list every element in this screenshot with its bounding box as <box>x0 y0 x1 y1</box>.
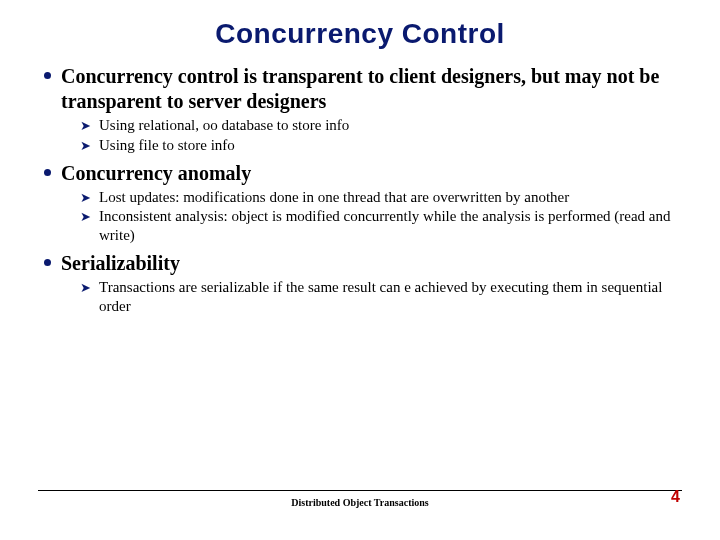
sub-bullet-text: Using file to store info <box>99 136 235 155</box>
footer-text: Distributed Object Transactions <box>38 497 682 508</box>
arrow-icon: ➤ <box>80 190 91 205</box>
sub-bullet-item: ➤ Using file to store info <box>80 136 682 155</box>
slide: Concurrency Control Concurrency control … <box>0 0 720 540</box>
sub-bullet-text: Inconsistent analysis: object is modifie… <box>99 207 682 245</box>
arrow-icon: ➤ <box>80 118 91 133</box>
sub-bullet-item: ➤ Lost updates: modifications done in on… <box>80 188 682 207</box>
content-area: Concurrency control is transparent to cl… <box>38 64 682 315</box>
sub-bullet-group: ➤ Using relational, oo database to store… <box>80 116 682 155</box>
bullet-item: Concurrency anomaly <box>44 161 682 186</box>
arrow-icon: ➤ <box>80 138 91 153</box>
bullet-dot-icon <box>44 169 51 176</box>
arrow-icon: ➤ <box>80 209 91 224</box>
footer-area: Distributed Object Transactions <box>38 490 682 509</box>
sub-bullet-text: Transactions are serializable if the sam… <box>99 278 682 316</box>
bullet-text: Concurrency control is transparent to cl… <box>61 64 682 114</box>
bullet-item: Concurrency control is transparent to cl… <box>44 64 682 114</box>
sub-bullet-item: ➤ Inconsistent analysis: object is modif… <box>80 207 682 245</box>
bullet-dot-icon <box>44 259 51 266</box>
page-number: 4 <box>671 488 680 506</box>
slide-title: Concurrency Control <box>38 18 682 50</box>
arrow-icon: ➤ <box>80 280 91 295</box>
bullet-item: Serializability <box>44 251 682 276</box>
sub-bullet-item: ➤ Using relational, oo database to store… <box>80 116 682 135</box>
bullet-dot-icon <box>44 72 51 79</box>
divider <box>38 490 682 492</box>
sub-bullet-group: ➤ Transactions are serializable if the s… <box>80 278 682 316</box>
sub-bullet-text: Lost updates: modifications done in one … <box>99 188 569 207</box>
bullet-text: Serializability <box>61 251 180 276</box>
sub-bullet-item: ➤ Transactions are serializable if the s… <box>80 278 682 316</box>
sub-bullet-group: ➤ Lost updates: modifications done in on… <box>80 188 682 245</box>
sub-bullet-text: Using relational, oo database to store i… <box>99 116 349 135</box>
bullet-text: Concurrency anomaly <box>61 161 251 186</box>
